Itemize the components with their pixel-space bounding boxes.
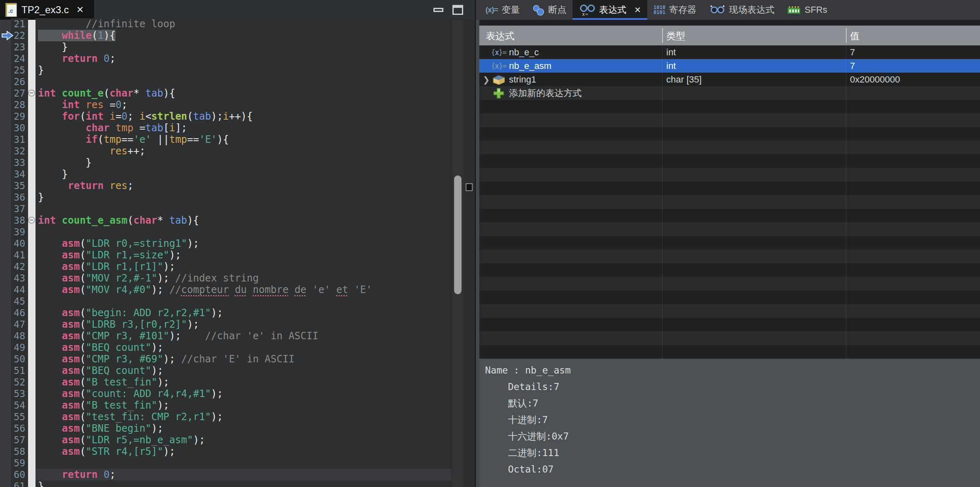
- code-line[interactable]: for(int i=0; i<strlen(tab);i++){: [36, 111, 452, 122]
- minimize-icon[interactable]: [433, 8, 443, 12]
- empty-row[interactable]: [479, 250, 980, 263]
- code-line[interactable]: int count_e_asm(char* tab){: [36, 215, 452, 226]
- code-line[interactable]: asm("STR r4,[r5]");: [36, 446, 452, 457]
- code-line[interactable]: asm("count: ADD r4,r4,#1");: [36, 388, 452, 400]
- line-number[interactable]: 36: [11, 191, 25, 203]
- view-tab-expressions[interactable]: x=表达式✕: [573, 0, 647, 20]
- code-line[interactable]: [36, 226, 452, 238]
- empty-row[interactable]: [479, 331, 980, 345]
- empty-row[interactable]: [479, 195, 980, 209]
- line-number[interactable]: 54: [11, 400, 25, 411]
- expand-chevron-icon[interactable]: ❯: [482, 75, 491, 85]
- code-line[interactable]: asm("MOV r2,#-1"); //index string: [36, 272, 452, 284]
- code-line[interactable]: }: [36, 157, 452, 168]
- expression-row[interactable]: {x}=nb_e_asmint7: [479, 59, 980, 73]
- code-line[interactable]: asm("BEQ count");: [36, 365, 452, 376]
- empty-row[interactable]: [479, 168, 980, 182]
- code-line[interactable]: asm("CMP r3, #101"); //char 'e' in ASCII: [36, 330, 452, 342]
- code-line[interactable]: asm("LDR r0,=string1");: [36, 238, 452, 249]
- tab-close-icon[interactable]: ✕: [634, 5, 641, 15]
- view-tab-variables[interactable]: (x)=变量: [479, 0, 526, 20]
- scrollbar-thumb[interactable]: [454, 175, 462, 294]
- code-line[interactable]: asm("test_fin: CMP r2,r1");: [36, 411, 452, 423]
- expression-row[interactable]: {x}=nb_e_cint7: [479, 45, 980, 59]
- column-separator[interactable]: [662, 28, 663, 43]
- line-number[interactable]: 37: [11, 203, 25, 215]
- code-line[interactable]: }: [36, 168, 452, 180]
- line-number[interactable]: 46: [11, 307, 25, 319]
- line-number[interactable]: 33: [11, 157, 25, 168]
- line-number[interactable]: 31: [11, 134, 25, 145]
- column-header-expression[interactable]: 表达式: [486, 30, 514, 43]
- code-line[interactable]: int res =0;: [36, 99, 452, 111]
- tab-close-icon[interactable]: ✕: [76, 5, 84, 15]
- view-tab-sfrs[interactable]: SFRs: [781, 0, 833, 20]
- code-area[interactable]: //infinite loop while(1){ } return 0;}in…: [36, 18, 452, 487]
- line-number[interactable]: 39: [11, 226, 25, 238]
- line-number[interactable]: 28: [11, 99, 25, 111]
- editor-vertical-scrollbar[interactable]: [452, 20, 464, 487]
- line-number[interactable]: 35: [11, 180, 25, 191]
- fold-collapse-icon[interactable]: −: [28, 217, 35, 224]
- line-number[interactable]: 61: [11, 480, 25, 487]
- empty-row[interactable]: [479, 127, 980, 141]
- fold-collapse-icon[interactable]: −: [28, 90, 35, 97]
- code-line[interactable]: asm("LDR r1,=size");: [36, 249, 452, 261]
- code-line[interactable]: asm("begin: ADD r2,r2,#1");: [36, 307, 452, 319]
- column-header-value[interactable]: 值: [850, 30, 859, 43]
- code-line[interactable]: asm("LDRB r3,[r0,r2]");: [36, 319, 452, 330]
- code-line[interactable]: return 0;: [36, 469, 452, 480]
- line-number[interactable]: 29: [11, 111, 25, 122]
- code-line[interactable]: asm("BNE begin");: [36, 423, 452, 434]
- code-line[interactable]: asm("MOV r4,#0"); //compteur du nombre d…: [36, 284, 452, 296]
- line-number[interactable]: 52: [11, 376, 25, 388]
- line-number[interactable]: 42: [11, 261, 25, 272]
- empty-row[interactable]: [479, 154, 980, 168]
- empty-row[interactable]: [479, 141, 980, 154]
- line-number[interactable]: 58: [11, 446, 25, 457]
- code-line[interactable]: int count_e(char* tab){: [36, 87, 452, 99]
- code-line[interactable]: if(tmp=='e' ||tmp=='E'){: [36, 134, 452, 145]
- code-line[interactable]: asm("BEQ count");: [36, 342, 452, 353]
- code-line[interactable]: //infinite loop: [36, 18, 452, 30]
- code-line[interactable]: asm("LDR r1,[r1]");: [36, 261, 452, 272]
- code-line[interactable]: asm("CMP r3, #69"); //char 'E' in ASCII: [36, 353, 452, 365]
- empty-row[interactable]: [479, 222, 980, 236]
- view-tab-registers[interactable]: 10100101寄存器: [647, 0, 703, 20]
- code-line[interactable]: }: [36, 480, 452, 487]
- line-number[interactable]: 50: [11, 353, 25, 365]
- line-number[interactable]: 53: [11, 388, 25, 400]
- empty-row[interactable]: [479, 345, 980, 359]
- view-tab-live-expressions[interactable]: 现场表达式: [703, 0, 781, 20]
- line-number[interactable]: 45: [11, 296, 25, 307]
- line-number[interactable]: 48: [11, 330, 25, 342]
- empty-row[interactable]: [479, 291, 980, 304]
- empty-row[interactable]: [479, 263, 980, 277]
- empty-row[interactable]: [479, 277, 980, 291]
- line-number[interactable]: 21: [11, 18, 25, 30]
- line-number[interactable]: 40: [11, 238, 25, 249]
- code-line[interactable]: [36, 203, 452, 215]
- line-number[interactable]: 59: [11, 457, 25, 469]
- view-tab-breakpoints[interactable]: 断点: [526, 0, 573, 20]
- empty-row[interactable]: [479, 113, 980, 127]
- overview-ruler[interactable]: [464, 20, 475, 487]
- line-number[interactable]: 25: [11, 64, 25, 76]
- code-line[interactable]: asm("B test_fin");: [36, 400, 452, 411]
- line-number[interactable]: 34: [11, 168, 25, 180]
- line-number[interactable]: 56: [11, 423, 25, 434]
- code-line[interactable]: [36, 296, 452, 307]
- line-number[interactable]: 32: [11, 145, 25, 157]
- code-line[interactable]: char tmp =tab[i];: [36, 122, 452, 134]
- line-number[interactable]: 55: [11, 411, 25, 423]
- line-number[interactable]: 51: [11, 365, 25, 376]
- code-line[interactable]: }: [36, 191, 452, 203]
- line-number[interactable]: 30: [11, 122, 25, 134]
- line-number[interactable]: 27: [11, 87, 25, 99]
- line-number[interactable]: 24: [11, 53, 25, 64]
- line-number[interactable]: 23: [11, 41, 25, 53]
- line-number[interactable]: 44: [11, 284, 25, 296]
- code-line[interactable]: asm("LDR r5,=nb_e_asm");: [36, 434, 452, 446]
- line-number[interactable]: 57: [11, 434, 25, 446]
- code-line[interactable]: return 0;: [36, 53, 452, 64]
